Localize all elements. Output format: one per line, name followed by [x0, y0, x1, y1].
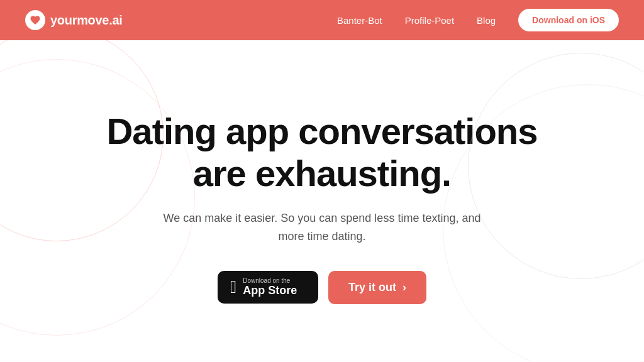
- navbar: yourmove.ai Banter-Bot Profile-Poet Blog…: [0, 0, 644, 40]
- nav-links: Banter-Bot Profile-Poet Blog Download on…: [337, 9, 619, 31]
- app-store-button[interactable]:  Download on the App Store: [218, 271, 318, 304]
- logo-heart-icon: [25, 10, 45, 30]
- hero-subtitle: We can make it easier. So you can spend …: [158, 209, 486, 246]
- app-store-text: Download on the App Store: [243, 277, 297, 297]
- logo[interactable]: yourmove.ai: [25, 10, 123, 30]
- decorative-circle-left-2: [0, 59, 195, 336]
- app-store-small-text: Download on the: [243, 277, 297, 284]
- try-button-label: Try it out: [348, 281, 396, 294]
- nav-banter-bot[interactable]: Banter-Bot: [337, 15, 382, 26]
- try-it-out-button[interactable]: Try it out ›: [328, 271, 426, 304]
- apple-icon: : [230, 278, 236, 296]
- nav-blog[interactable]: Blog: [477, 15, 496, 26]
- nav-profile-poet[interactable]: Profile-Poet: [405, 15, 454, 26]
- hero-section: Dating app conversations are exhausting.…: [0, 40, 644, 362]
- cta-buttons:  Download on the App Store Try it out ›: [218, 271, 426, 304]
- try-button-arrow: ›: [402, 281, 406, 294]
- hero-title: Dating app conversations are exhausting.: [96, 111, 548, 194]
- app-store-large-text: App Store: [243, 284, 297, 297]
- nav-download-button[interactable]: Download on iOS: [518, 9, 619, 31]
- logo-text: yourmove.ai: [50, 13, 123, 28]
